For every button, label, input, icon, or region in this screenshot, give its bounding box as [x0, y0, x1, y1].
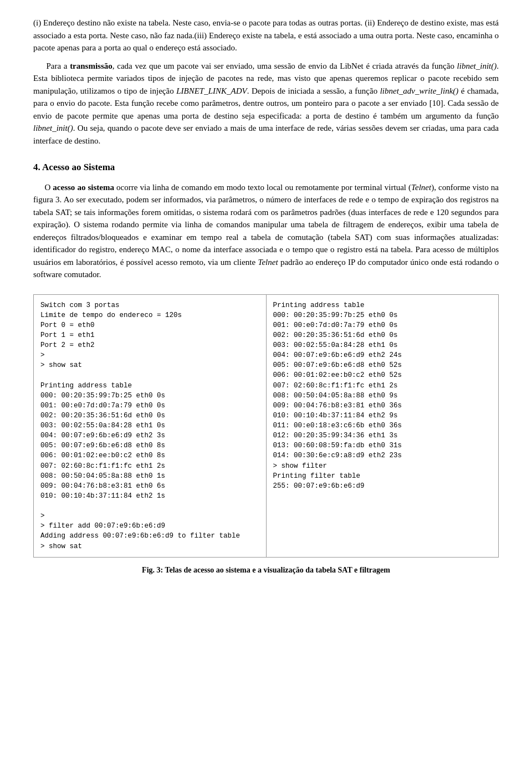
section-4-text: O acesso ao sistema ocorre via linha de … — [33, 181, 499, 281]
italic-libnet-init-2: libnet_init() — [33, 124, 73, 132]
italic-libnet-link-adv: LIBNET_LINK_ADV — [176, 86, 247, 95]
code-panel-left: Switch com 3 portas Limite de tempo do e… — [34, 295, 267, 557]
paragraph-1: (i) Endereço destino não existe na tabel… — [33, 17, 499, 54]
italic-libnet-init: libnet_init() — [457, 62, 497, 70]
section-4-paragraph: O acesso ao sistema ocorre via linha de … — [33, 181, 499, 281]
bold-transmissao: transmissão — [70, 62, 112, 70]
section-4-title: 4. Acesso ao Sistema — [33, 160, 499, 175]
section-4-label: Acesso ao Sistema — [42, 162, 115, 172]
italic-telnet-1: Telnet — [411, 183, 431, 192]
figure-caption-bold: Fig. 3: Telas de acesso ao sistema e a v… — [142, 566, 390, 574]
figure-caption: Fig. 3: Telas de acesso ao sistema e a v… — [33, 564, 499, 576]
main-content: (i) Endereço destino não existe na tabel… — [33, 17, 499, 576]
section-4-number: 4. — [33, 162, 40, 172]
code-panel-right: Printing address table 000: 00:20:35:99:… — [267, 295, 499, 557]
para-1-text: (i) Endereço destino não existe na tabel… — [33, 17, 499, 54]
italic-telnet-2: Telnet — [258, 258, 278, 267]
code-figure: Switch com 3 portas Limite de tempo do e… — [33, 294, 499, 558]
italic-libnet-adv-write: libnet_adv_write_link() — [380, 86, 459, 95]
bold-acesso: acesso ao sistema — [53, 183, 114, 192]
paragraph-2: Para a transmissão, cada vez que um paco… — [33, 60, 499, 147]
para-2-text: Para a transmissão, cada vez que um paco… — [33, 60, 499, 147]
